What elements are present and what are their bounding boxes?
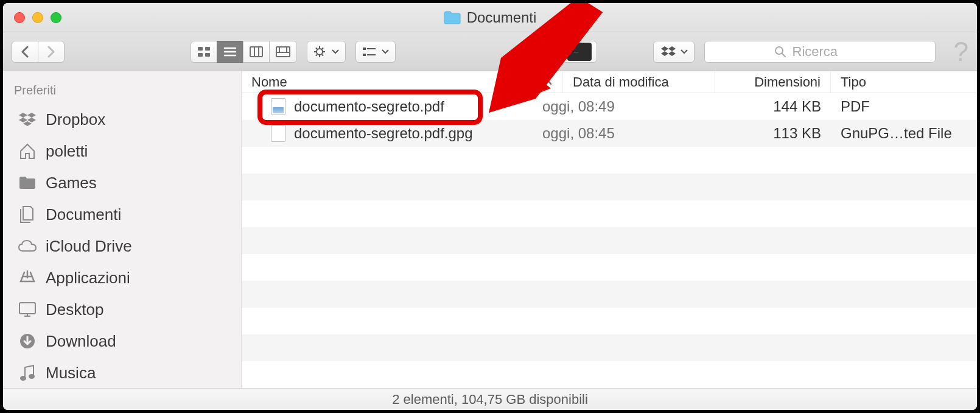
- sidebar-item-download[interactable]: Download: [3, 325, 241, 357]
- folder-icon: [444, 11, 461, 24]
- status-text: 2 elementi, 104,75 GB disponibili: [392, 392, 588, 408]
- forward-button[interactable]: [38, 41, 65, 63]
- back-button[interactable]: [12, 41, 38, 63]
- svg-point-27: [533, 51, 535, 53]
- sort-indicator[interactable]: [533, 71, 563, 93]
- svg-marker-37: [27, 118, 36, 122]
- sidebar-item-applications[interactable]: Applicazioni: [3, 262, 241, 294]
- action-menu-button[interactable]: [307, 41, 346, 63]
- svg-line-33: [782, 54, 785, 57]
- folder-icon: [18, 173, 37, 192]
- coverflow-view-button[interactable]: [269, 41, 297, 63]
- sidebar-item-icloud[interactable]: iCloud Drive: [3, 230, 241, 262]
- sidebar: Preferiti Dropbox poletti Games Document…: [3, 71, 242, 388]
- file-row[interactable]: documento-segreto.pdf.gpg oggi, 08:45 11…: [242, 120, 977, 147]
- sidebar-item-games[interactable]: Games: [3, 167, 241, 199]
- svg-marker-36: [19, 118, 27, 122]
- svg-rect-18: [323, 51, 325, 52]
- terminal-icon: [567, 43, 592, 61]
- search-icon: [774, 46, 786, 58]
- sidebar-item-label: Desktop: [46, 300, 103, 319]
- sidebar-item-label: poletti: [46, 142, 88, 161]
- svg-rect-23: [363, 48, 366, 50]
- minimize-window-button[interactable]: [32, 12, 43, 23]
- icon-view-button[interactable]: [191, 41, 217, 63]
- nav-buttons: [12, 41, 65, 63]
- sidebar-item-label: Dropbox: [46, 110, 105, 129]
- help-button[interactable]: ?: [954, 37, 968, 67]
- sidebar-item-documents[interactable]: Documenti: [3, 199, 241, 230]
- dropbox-menu-button[interactable]: [653, 41, 695, 63]
- file-name: documento-segreto.pdf: [294, 98, 444, 115]
- sidebar-item-home[interactable]: poletti: [3, 135, 241, 167]
- column-date[interactable]: Data di modifica: [563, 71, 715, 93]
- file-name: documento-segreto.pdf.gpg: [294, 125, 473, 142]
- svg-rect-7: [250, 47, 262, 57]
- sidebar-item-label: iCloud Drive: [46, 237, 132, 256]
- file-row[interactable]: documento-segreto.pdf oggi, 08:49 144 KB…: [242, 93, 977, 120]
- column-kind[interactable]: Tipo: [831, 71, 977, 93]
- svg-rect-17: [314, 51, 316, 52]
- svg-point-14: [317, 49, 323, 55]
- status-bar: 2 elementi, 104,75 GB disponibili: [3, 388, 977, 410]
- music-icon: [18, 363, 37, 383]
- sidebar-item-label: Games: [46, 174, 97, 192]
- svg-rect-40: [19, 303, 35, 314]
- fullscreen-window-button[interactable]: [51, 12, 61, 23]
- tag-button[interactable]: [522, 41, 552, 63]
- svg-marker-34: [19, 113, 27, 118]
- close-window-button[interactable]: [14, 12, 25, 23]
- file-kind: PDF: [831, 98, 977, 115]
- file-icon: [271, 98, 285, 115]
- sidebar-item-music[interactable]: Musica: [3, 357, 241, 388]
- svg-rect-16: [319, 55, 320, 57]
- desktop-icon: [18, 300, 37, 319]
- window-title: Documenti: [467, 9, 537, 26]
- svg-marker-31: [668, 51, 676, 56]
- sidebar-item-desktop[interactable]: Desktop: [3, 294, 241, 325]
- file-list: documento-segreto.pdf oggi, 08:49 144 KB…: [242, 93, 977, 388]
- svg-rect-26: [367, 54, 376, 55]
- column-size[interactable]: Dimensioni: [715, 71, 831, 93]
- toolbar: ?: [3, 32, 977, 71]
- list-view-button[interactable]: [217, 41, 243, 63]
- dropbox-icon: [18, 110, 37, 129]
- sidebar-item-label: Applicazioni: [46, 269, 130, 288]
- column-name[interactable]: Nome: [242, 71, 533, 93]
- sidebar-item-dropbox[interactable]: Dropbox: [3, 104, 241, 135]
- svg-point-45: [21, 376, 26, 380]
- column-view-button[interactable]: [243, 41, 270, 63]
- search-field[interactable]: [704, 41, 936, 63]
- file-icon: [271, 125, 285, 142]
- svg-rect-1: [205, 47, 210, 51]
- apps-icon: [18, 268, 37, 288]
- svg-point-46: [29, 375, 34, 378]
- view-mode-buttons: [191, 41, 297, 63]
- cloud-icon: [18, 236, 37, 256]
- terminal-button[interactable]: [562, 41, 597, 63]
- finder-window: Documenti: [3, 3, 977, 410]
- chevron-up-icon: [544, 79, 552, 86]
- svg-point-32: [775, 47, 783, 54]
- column-headers: Nome Data di modifica Dimensioni Tipo: [242, 71, 977, 93]
- sidebar-section-title: Preferiti: [3, 81, 241, 104]
- file-kind: GnuPG…ted File: [831, 125, 977, 142]
- svg-rect-0: [198, 47, 203, 51]
- titlebar: Documenti: [3, 3, 977, 32]
- svg-rect-15: [319, 46, 320, 48]
- svg-marker-30: [661, 51, 668, 56]
- file-pane: Nome Data di modifica Dimensioni Tipo do…: [242, 71, 977, 388]
- svg-rect-3: [205, 53, 210, 57]
- home-icon: [18, 141, 37, 161]
- svg-rect-25: [367, 48, 376, 49]
- svg-rect-24: [363, 54, 366, 56]
- sidebar-item-label: Documenti: [46, 205, 121, 224]
- arrange-menu-button[interactable]: [355, 41, 396, 63]
- file-date: oggi, 08:49: [533, 98, 715, 115]
- window-controls: [14, 12, 61, 23]
- documents-icon: [18, 205, 37, 224]
- search-input[interactable]: [793, 44, 866, 60]
- svg-rect-2: [198, 53, 203, 57]
- file-size: 113 KB: [715, 125, 831, 142]
- svg-marker-29: [668, 46, 676, 51]
